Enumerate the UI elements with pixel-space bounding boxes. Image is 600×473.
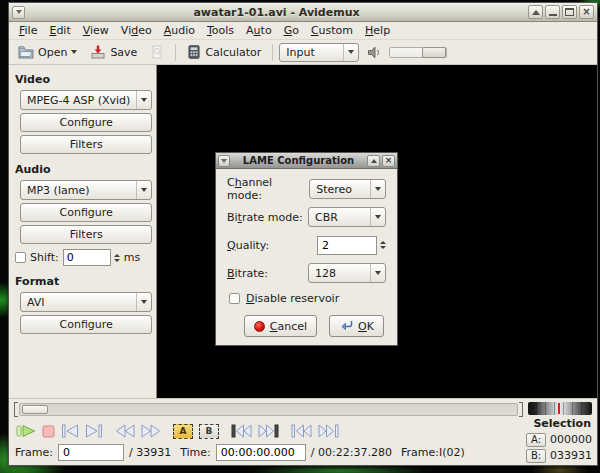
selection-panel: Selection A: 000000 B: 033931 (524, 399, 597, 465)
chevron-down-icon (375, 215, 381, 219)
format-configure-button[interactable]: Configure (20, 315, 152, 334)
time-input[interactable] (216, 444, 306, 461)
save-icon (90, 45, 106, 59)
dialog-titlebar: LAME Configuration × (216, 153, 397, 169)
volume-slider[interactable] (389, 47, 447, 58)
next-keyframe-button[interactable] (258, 424, 279, 438)
play-button[interactable] (16, 424, 36, 438)
marker-a-icon: A (180, 427, 187, 436)
menu-file[interactable]: File (13, 22, 43, 39)
fast-forward-icon (141, 424, 161, 438)
next-frame-button[interactable] (85, 424, 103, 438)
next-keyframe-icon (258, 424, 279, 438)
dialog-close-button[interactable]: × (382, 155, 395, 167)
disable-reservoir-checkbox[interactable] (229, 293, 240, 304)
marker-b-field-button[interactable]: B: (526, 449, 546, 463)
menu-help[interactable]: Help (359, 22, 396, 39)
format-selector[interactable]: AVI (20, 292, 152, 312)
bitrate-mode-selector[interactable]: CBR (308, 207, 386, 227)
bitrate-selector[interactable]: 128 (308, 263, 386, 283)
previous-keyframe-button[interactable] (231, 424, 252, 438)
toolbar-separator (175, 44, 176, 61)
avidemux-window: awatar1-01.avi - Avidemux × File Edit Vi… (8, 2, 598, 466)
shift-value-input[interactable] (63, 249, 111, 266)
close-button[interactable]: × (579, 5, 594, 19)
main-content: Video MPEG-4 ASP (Xvid) Configure Filter… (9, 65, 597, 398)
frame-input[interactable] (58, 444, 124, 461)
menubar: File Edit View Video Audio Tools Auto Go… (9, 22, 597, 40)
video-filters-button[interactable]: Filters (20, 135, 152, 154)
window-controls: × (528, 5, 594, 19)
volume-slider-thumb[interactable] (422, 47, 446, 58)
chevron-down-icon (141, 300, 147, 304)
set-marker-a-button[interactable]: A (173, 424, 193, 439)
menu-custom[interactable]: Custom (305, 22, 359, 39)
menu-view[interactable]: View (77, 22, 115, 39)
save-button[interactable]: Save (85, 43, 142, 61)
menu-video[interactable]: Video (115, 22, 158, 39)
play-icon (16, 424, 36, 438)
set-marker-b-button[interactable]: B (199, 424, 219, 439)
preview-button[interactable] (145, 43, 169, 61)
gauge-marker-icon (558, 403, 560, 414)
open-button[interactable]: Open (13, 43, 82, 61)
close-icon: × (385, 156, 393, 165)
triangle-down-icon (16, 10, 22, 14)
zoom-gauge[interactable] (528, 402, 592, 415)
quality-spinbox (317, 236, 386, 255)
audio-codec-selector[interactable]: MP3 (lame) (20, 180, 152, 200)
video-codec-selector[interactable]: MPEG-4 ASP (Xvid) (20, 90, 152, 110)
seek-bracket-left (14, 402, 18, 417)
previous-frame-icon (61, 424, 79, 438)
audio-section-heading: Audio (15, 163, 152, 176)
quality-label: Quality: (227, 239, 269, 252)
toolbar-separator (272, 44, 273, 61)
menu-auto[interactable]: Auto (240, 22, 278, 39)
spin-down-icon[interactable] (114, 259, 120, 262)
menu-audio[interactable]: Audio (158, 22, 201, 39)
quality-value-input[interactable] (317, 236, 377, 255)
menu-tools[interactable]: Tools (201, 22, 240, 39)
menu-go[interactable]: Go (278, 22, 305, 39)
spin-up-icon[interactable] (380, 241, 386, 244)
fast-backward-button[interactable] (115, 424, 135, 438)
fast-forward-button[interactable] (141, 424, 161, 438)
ok-button[interactable]: OK (329, 315, 384, 337)
frame-type-info: Frame:I(02) (401, 446, 465, 459)
maximize-button[interactable] (562, 5, 577, 19)
bitrate-mode-label: Bitrate mode: (227, 211, 303, 224)
audio-configure-button[interactable]: Configure (20, 203, 152, 222)
spin-down-icon[interactable] (380, 246, 386, 249)
previous-keyframe-icon (231, 424, 252, 438)
marker-b-icon: B (206, 427, 213, 436)
dialog-shade-button[interactable] (367, 155, 380, 167)
video-configure-button[interactable]: Configure (20, 113, 152, 132)
previous-frame-button[interactable] (61, 424, 79, 438)
seek-slider-thumb[interactable] (22, 405, 48, 414)
window-titlebar: awatar1-01.avi - Avidemux × (9, 3, 597, 22)
audio-shift-row: Shift: ms (15, 249, 152, 266)
cancel-button[interactable]: Cancel (244, 315, 317, 337)
calculator-button[interactable]: Calculator (182, 43, 266, 61)
marker-a-field-button[interactable]: A: (526, 433, 546, 447)
window-menu-icon[interactable] (12, 6, 25, 19)
close-icon: × (582, 7, 590, 17)
channel-mode-selector[interactable]: Stereo (309, 179, 386, 199)
shift-checkbox[interactable] (15, 252, 26, 263)
chevron-down-icon (375, 187, 381, 191)
speaker-icon (367, 46, 382, 59)
input-selector[interactable]: Input (279, 43, 359, 62)
dialog-menu-icon[interactable] (218, 155, 230, 167)
audio-filters-button[interactable]: Filters (20, 225, 152, 244)
format-section-heading: Format (15, 275, 152, 288)
maximize-icon (565, 8, 574, 16)
seek-slider[interactable] (19, 403, 518, 416)
previous-black-frame-button[interactable] (291, 424, 312, 438)
chevron-down-icon (71, 50, 77, 54)
next-black-frame-button[interactable] (318, 424, 339, 438)
spin-up-icon[interactable] (114, 254, 120, 257)
shade-button[interactable] (528, 5, 543, 19)
menu-edit[interactable]: Edit (43, 22, 76, 39)
stop-button[interactable] (42, 425, 55, 438)
minimize-button[interactable] (545, 5, 560, 19)
